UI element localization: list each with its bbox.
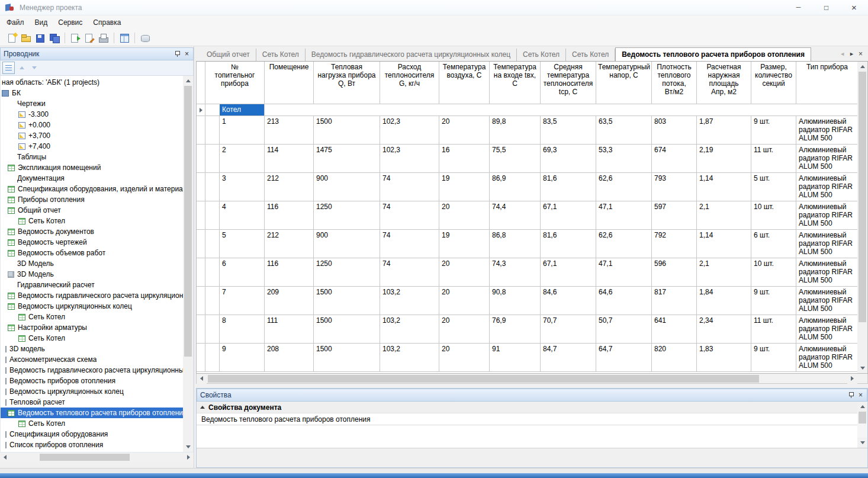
pin-icon[interactable] (848, 392, 854, 399)
row-selector[interactable] (197, 258, 205, 287)
grid-cell[interactable]: 2,34 (697, 315, 751, 344)
row-selector[interactable] (197, 230, 205, 258)
close-button[interactable]: × (840, 0, 868, 15)
grid-cell[interactable]: 1,14 (697, 230, 751, 258)
grid-cell[interactable]: 50,7 (596, 315, 652, 344)
grid-cell[interactable]: 900 (314, 173, 380, 201)
grid-view-button[interactable] (117, 31, 131, 45)
tree-item-32[interactable]: Сеть Котел (1, 418, 183, 429)
grid-cell[interactable]: 208 (265, 344, 314, 372)
scrollbar-thumb[interactable] (859, 412, 866, 424)
export-button[interactable] (68, 31, 82, 45)
tab-5[interactable]: Ведомость теплового расчета приборов ото… (615, 47, 811, 61)
tree-item-15[interactable]: Ведомость чертежей (1, 237, 183, 248)
grid-cell[interactable]: 20 (439, 116, 490, 145)
grid-cell[interactable]: 6 шт. (751, 230, 796, 258)
grid-cell[interactable]: Алюминиевый радиатор RIFAR ALUM 500 (796, 173, 857, 201)
tree-item-8[interactable]: Экспликация помещений (1, 162, 183, 173)
properties-section-header[interactable]: Свойства документа (197, 402, 867, 413)
tree-item-1[interactable]: БК (1, 88, 183, 98)
menu-item-2[interactable]: Сервис (53, 16, 88, 29)
grid-cell[interactable]: 2,1 (697, 201, 751, 230)
grid-cell[interactable]: 102,3 (380, 116, 439, 145)
group-cell[interactable]: Котел (220, 104, 265, 116)
grid-cell[interactable]: 20 (439, 258, 490, 287)
grid-column-header-1[interactable]: Помещение (265, 62, 314, 104)
grid-cell[interactable]: 10 шт. (751, 258, 796, 287)
grid-cell[interactable]: 1500 (314, 315, 380, 344)
grid-cell[interactable]: 20 (439, 287, 490, 315)
tree-view-mode-button[interactable] (2, 62, 15, 74)
grid-cell[interactable]: 674 (652, 145, 697, 173)
grid-cell[interactable]: 5 шт. (751, 173, 796, 201)
grid-cell[interactable]: 81,6 (541, 173, 596, 201)
scrollbar-track[interactable] (857, 412, 867, 438)
panel-close-icon[interactable]: × (185, 50, 189, 57)
grid-group-row[interactable]: Котел (197, 104, 857, 116)
grid-cell[interactable]: 817 (652, 287, 697, 315)
tree-item-34[interactable]: Список приборов отопления (1, 439, 183, 450)
tree-item-11[interactable]: Приборы отопления (1, 194, 183, 205)
grid-cell[interactable]: 4 (220, 201, 265, 230)
grid-cell[interactable]: 47,1 (596, 201, 652, 230)
grid-cell[interactable]: 7 (220, 287, 265, 315)
grid-column-header-8[interactable]: Плотность теплового потока, Вт/м2 (652, 62, 697, 104)
save-all-button[interactable] (47, 31, 62, 45)
grid-cell[interactable]: 103,2 (380, 344, 439, 372)
scroll-left-button[interactable] (0, 453, 10, 463)
print-button[interactable] (97, 31, 111, 45)
grid-cell[interactable]: 1500 (314, 116, 380, 145)
grid-cell[interactable]: 47,1 (596, 258, 652, 287)
scroll-up-button[interactable] (857, 402, 867, 412)
grid-column-header-10[interactable]: Размер, количество секций (751, 62, 796, 104)
tree-item-18[interactable]: 3D Модель (1, 269, 183, 280)
grid-cell[interactable]: 116 (265, 258, 314, 287)
tree-item-23[interactable]: Настройки арматуры (1, 322, 183, 333)
grid-cell[interactable]: 792 (652, 230, 697, 258)
grid-cell[interactable]: 67,1 (541, 201, 596, 230)
scrollbar-thumb[interactable] (184, 86, 192, 357)
grid-cell[interactable]: 209 (265, 287, 314, 315)
tree-item-22[interactable]: Сеть Котел (1, 312, 183, 322)
row-selector[interactable] (197, 287, 205, 315)
scrollbar-track[interactable] (183, 86, 193, 442)
menu-item-1[interactable]: Вид (30, 16, 53, 29)
grid-cell[interactable]: 75,5 (490, 145, 541, 173)
row-selector[interactable] (197, 201, 205, 230)
grid-cell[interactable]: 8 (220, 315, 265, 344)
tree-item-14[interactable]: Ведомость документов (1, 226, 183, 237)
minimize-button[interactable]: ─ (785, 0, 812, 15)
scroll-up-button[interactable] (183, 76, 193, 86)
grid-cell[interactable]: 2 (220, 145, 265, 173)
scrollbar-track[interactable] (10, 453, 184, 462)
maximize-button[interactable]: □ (812, 0, 840, 15)
grid-cell[interactable]: 212 (265, 173, 314, 201)
grid-column-header-9[interactable]: Расчетная наружная площадь Апр, м2 (697, 62, 751, 104)
tree-item-33[interactable]: Спецификация оборудования (1, 429, 183, 439)
grid-cell[interactable]: 3 (220, 173, 265, 201)
open-project-button[interactable] (19, 31, 33, 45)
grid-cell[interactable]: 69,3 (541, 145, 596, 173)
grid-cell[interactable]: Алюминиевый радиатор RIFAR ALUM 500 (796, 315, 857, 344)
grid-cell[interactable]: 102,3 (380, 145, 439, 173)
tree-item-25[interactable]: 3D модель (1, 344, 183, 354)
grid-cell[interactable]: 1500 (314, 344, 380, 372)
grid-cell[interactable]: Алюминиевый радиатор RIFAR ALUM 500 (796, 145, 857, 173)
grid-cell[interactable]: 1250 (314, 258, 380, 287)
tree-item-24[interactable]: Сеть Котел (1, 333, 183, 344)
scroll-left-button[interactable] (197, 374, 207, 384)
page-setup-button[interactable] (82, 31, 97, 45)
tree-item-19[interactable]: Гидравлический расчет (1, 280, 183, 290)
grid-cell[interactable]: 74 (380, 230, 439, 258)
scrollbar-thumb[interactable] (208, 375, 759, 383)
pin-icon[interactable] (175, 50, 180, 57)
menu-item-3[interactable]: Справка (88, 16, 126, 29)
move-down-button[interactable] (29, 63, 40, 73)
grid-cell[interactable]: 91 (490, 344, 541, 372)
tab-2[interactable]: Ведомость гидравлического расчета циркул… (306, 49, 517, 61)
grid-cell[interactable]: 103,2 (380, 287, 439, 315)
tree-item-31[interactable]: Ведомость теплового расчета приборов ото… (1, 408, 183, 418)
grid-cell[interactable]: 114 (265, 145, 314, 173)
grid-cell[interactable]: 74,4 (490, 201, 541, 230)
row-selector[interactable] (197, 173, 205, 201)
